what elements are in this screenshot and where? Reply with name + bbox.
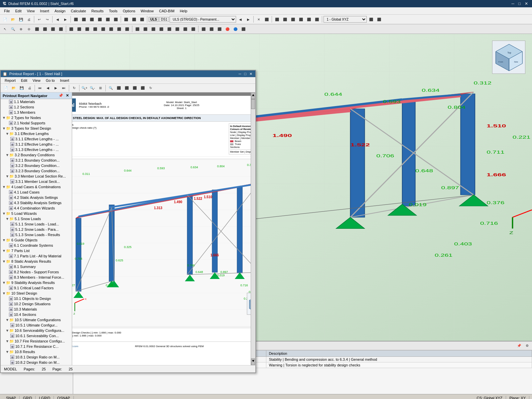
report-tb-first[interactable]: ⏮ [36, 84, 44, 92]
nav-expand-10-6[interactable]: ▼ [5, 329, 9, 332]
nav-item-1-1[interactable]: ▤ 1.1 Materials [1, 99, 72, 104]
report-menu-insert[interactable]: Insert [58, 78, 72, 83]
nav-expand-3[interactable]: ▼ [2, 126, 6, 130]
tb2-btn-j[interactable]: ⬛ [75, 25, 83, 33]
tb2-btn-aa[interactable]: ⬛ [216, 25, 223, 33]
status-snap[interactable]: SNAP [3, 396, 20, 399]
nav-expand-3-1[interactable]: ▼ [5, 132, 9, 136]
tb-btn-g[interactable]: ⬛ [122, 16, 130, 23]
nav-item-4-1[interactable]: ▤ 4.1 Load Cases [1, 190, 72, 195]
nav-expand-5-1[interactable]: ▼ [5, 217, 9, 221]
nav-item-9-1[interactable]: ▤ 9.1 Critical Load Factors [1, 285, 72, 291]
nav-item-10-7-1[interactable]: ▤ 10.7.1 Fire Resistance C... [1, 344, 72, 349]
tb2-btn-k[interactable]: ⬛ [83, 25, 91, 33]
nav-item-10-7[interactable]: ▼ 📁 10.7 Fire Resistance Configu... [1, 338, 72, 344]
nav-item-3-3-1[interactable]: ▤ 3.3.1 Member Local Secti... [1, 179, 72, 184]
nav-item-5-1-1[interactable]: ▤ 5.1.1 Snow Loads - Load... [1, 221, 72, 227]
tb-btn-m[interactable]: ⬛ [263, 16, 270, 23]
nav-item-10-8[interactable]: ▼ 📁 10.8 Results [1, 349, 72, 354]
tb2-btn-m[interactable]: ⬛ [99, 25, 107, 33]
report-menu-goto[interactable]: Go to [43, 78, 58, 83]
tb2-btn-r[interactable]: ⬛ [142, 25, 149, 33]
nav-expand-4[interactable]: ▼ [2, 185, 6, 189]
menu-insert[interactable]: Insert [37, 8, 52, 14]
tb2-btn-u[interactable]: ⬛ [166, 25, 173, 33]
tb2-btn-g[interactable]: ⬛ [49, 25, 57, 33]
report-tb-save[interactable]: 💾 [18, 84, 25, 92]
tb2-btn-d[interactable]: ⊖ [25, 25, 33, 33]
minimize-btn[interactable]: ─ [510, 1, 516, 6]
tb-btn-t[interactable]: ⬛ [367, 16, 375, 23]
report-tb-fit[interactable]: ⊞ [97, 84, 104, 92]
nav-item-4-2[interactable]: ▤ 4.2 Static Analysis Settings [1, 195, 72, 200]
nav-item-5-1[interactable]: ▼ 📁 5.1 Snow Loads [1, 216, 72, 221]
tb2-btn-s[interactable]: ⬛ [150, 25, 157, 33]
nav-expand-10-8[interactable]: ▼ [5, 350, 9, 354]
tb2-btn-o[interactable]: ⬛ [115, 25, 123, 33]
nav-item-5-1-2[interactable]: ▤ 5.1.2 Snow Loads - Para... [1, 227, 72, 232]
nav-expand-3-2[interactable]: ▼ [5, 153, 9, 157]
tb-btn-a[interactable]: ⬛ [72, 16, 79, 23]
nav-item-4-3[interactable]: ▤ 4.3 Stability Analysis Settings [1, 200, 72, 205]
nav-item-3-2-3[interactable]: ▤ 3.2.3 Boundary Condition... [1, 168, 72, 174]
menu-options[interactable]: Options [120, 8, 138, 14]
tb-btn-k[interactable]: ▶ [245, 16, 252, 23]
uls-badge[interactable]: ULS [149, 17, 159, 22]
menu-tools[interactable]: Tools [106, 8, 120, 14]
nav-item-9[interactable]: ▼ 📁 9 Stability Analysis Results [1, 280, 72, 285]
nav-item-5[interactable]: ▼ 📁 5 Load Wizards [1, 211, 72, 216]
nav-expand-10-7[interactable]: ▼ [5, 339, 9, 343]
tb2-btn-x[interactable]: ⬛ [190, 25, 197, 33]
tb2-btn-bb[interactable]: 🔴 [224, 25, 231, 33]
nav-next-btn[interactable]: ▶ [62, 16, 69, 23]
tb2-btn-i[interactable]: ⬛ [67, 25, 75, 33]
nav-item-10-6[interactable]: ▼ 📁 10.6 Serviceability Configura... [1, 328, 72, 333]
redo-btn[interactable]: ↪ [44, 16, 51, 23]
tb2-btn-q[interactable]: ⬛ [134, 25, 141, 33]
report-tb-next[interactable]: ▶ [52, 84, 60, 92]
status-grid[interactable]: GRID [20, 396, 36, 399]
nav-expand-10-5[interactable]: ▼ [5, 318, 9, 322]
nav-item-3-3[interactable]: ▼ 📁 3.3 Member Local Section Re... [1, 174, 72, 179]
menu-view[interactable]: View [24, 8, 38, 14]
nav-item-1-3[interactable]: ▤ 1.3 Members [1, 110, 72, 115]
tb2-btn-b[interactable]: 🔍 [9, 25, 17, 33]
tb2-btn-e[interactable]: ⬛ [33, 25, 41, 33]
report-tb-e[interactable]: ↻ [147, 84, 154, 92]
open-btn[interactable]: 📂 [9, 16, 17, 23]
nav-item-10-5[interactable]: ▼ 📁 10.5 Ultimate Configurations [1, 317, 72, 323]
report-menu-view[interactable]: View [30, 78, 43, 83]
tb2-btn-p[interactable]: ⬛ [123, 25, 131, 33]
nav-expand-2[interactable]: ▼ [2, 116, 6, 120]
nav-item-10[interactable]: ▼ 📁 10 Steel Design [1, 291, 72, 296]
tb2-btn-w[interactable]: ⬛ [182, 25, 189, 33]
nav-item-8-2[interactable]: ▤ 8.2 Nodes - Support Forces [1, 269, 72, 275]
tb2-btn-v[interactable]: ⬛ [174, 25, 181, 33]
tb-btn-p[interactable]: ⬛ [289, 16, 297, 23]
bottom-tb-pin[interactable]: 📌 [515, 342, 523, 349]
report-maximize[interactable]: □ [243, 72, 247, 76]
menu-window[interactable]: Window [138, 8, 156, 14]
nav-item-10-2[interactable]: ▤ 10.2 Design Situations [1, 301, 72, 307]
report-tb-c[interactable]: ⬛ [131, 84, 138, 92]
tb2-btn-l[interactable]: ⬛ [91, 25, 99, 33]
close-btn[interactable]: ✕ [523, 1, 529, 6]
tb2-btn-cc[interactable]: 🔵 [232, 25, 239, 33]
report-page-view[interactable]: ▲ ▼ Dlubal 93464 Teisnbach [72, 92, 255, 365]
nav-item-4[interactable]: ▼ 📁 4 Load Cases & Combinations [1, 184, 72, 190]
undo-btn[interactable]: ↩ [36, 16, 43, 23]
new-btn[interactable]: 📄 [1, 16, 9, 23]
status-lgrid[interactable]: LGRID [36, 396, 54, 399]
tb-btn-e[interactable]: ⬛ [104, 16, 111, 23]
tb-btn-n[interactable]: ⬛ [273, 16, 281, 23]
tb-btn-u[interactable]: ⬛ [375, 16, 383, 23]
nav-item-3-2-1[interactable]: ▤ 3.2.1 Boundary Condition... [1, 158, 72, 163]
nav-item-3[interactable]: ▼ 📁 3 Types for Steel Design [1, 126, 72, 131]
status-osnap[interactable]: OSNAP [54, 396, 74, 399]
nav-item-10-4[interactable]: ▤ 10.4 Sections [1, 312, 72, 317]
nav-expand-8[interactable]: ▼ [2, 259, 6, 263]
tb-btn-q[interactable]: ⬛ [297, 16, 305, 23]
ds1-badge[interactable]: DS1 [159, 17, 169, 22]
nav-item-3-1-1[interactable]: ▤ 3.1.1 Effective Lengths - ... [1, 136, 72, 142]
report-tb-b[interactable]: ⬛ [123, 84, 130, 92]
